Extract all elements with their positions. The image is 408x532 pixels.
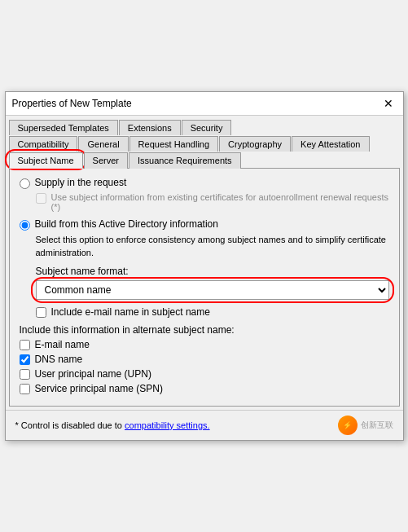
checkbox-dns-name-item: DNS name xyxy=(20,354,389,365)
tab-row-2: Compatibility General Request Handling C… xyxy=(9,135,400,151)
tab-subject-name[interactable]: Subject Name xyxy=(9,152,83,169)
tab-subject-name-wrapper: Subject Name xyxy=(9,152,83,168)
tab-server[interactable]: Server xyxy=(84,152,128,169)
radio-supply-request-label: Supply in the request xyxy=(35,177,127,188)
checkbox-autoenroll-label: Use subject information from existing ce… xyxy=(51,192,389,212)
checkbox-upn[interactable] xyxy=(20,369,30,380)
tab-row-1: Superseded Templates Extensions Security xyxy=(9,119,400,134)
subject-name-format-label: Subject name format: xyxy=(36,266,389,277)
watermark-text: 创新互联 xyxy=(361,420,393,431)
tab-extensions[interactable]: Extensions xyxy=(119,120,181,135)
watermark: ⚡ 创新互联 xyxy=(338,415,393,435)
autoenroll-block: Use subject information from existing ce… xyxy=(36,192,389,212)
properties-dialog: Properties of New Template ✕ Superseded … xyxy=(5,91,404,441)
title-bar: Properties of New Template ✕ xyxy=(6,92,403,116)
window-title: Properties of New Template xyxy=(12,98,132,109)
alt-subject-label: Include this information in alternate su… xyxy=(20,324,389,336)
checkbox-upn-label: User principal name (UPN) xyxy=(35,368,151,380)
ad-description: Select this option to enforce consistenc… xyxy=(36,234,389,259)
footer-link[interactable]: compatibility settings. xyxy=(125,420,210,430)
subject-name-format-wrapper: Common name Fully distinguished name Non… xyxy=(36,280,389,300)
radio-supply-request-item: Supply in the request xyxy=(20,177,389,189)
tab-request-handling[interactable]: Request Handling xyxy=(129,136,218,152)
tab-content: Supply in the request Use subject inform… xyxy=(9,168,400,407)
checkbox-spn-item: Service principal name (SPN) xyxy=(20,383,389,394)
tab-cryptography[interactable]: Cryptography xyxy=(219,136,291,152)
tab-key-attestation[interactable]: Key Attestation xyxy=(292,136,369,152)
checkbox-email-name-item: E-mail name xyxy=(20,339,389,350)
checkbox-email-subject[interactable] xyxy=(36,307,46,318)
ad-options-block: Select this option to enforce consistenc… xyxy=(36,234,389,318)
footer-note-text: * Control is disabled due to xyxy=(15,420,122,430)
checkbox-email-subject-item: Include e-mail name in subject name xyxy=(36,306,389,318)
tab-row-3: Subject Name Server Issuance Requirement… xyxy=(9,152,400,168)
checkbox-spn-label: Service principal name (SPN) xyxy=(35,383,163,394)
radio-build-ad-label: Build from this Active Directory informa… xyxy=(35,218,218,230)
tab-issuance-requirements[interactable]: Issuance Requirements xyxy=(129,152,241,169)
radio-supply-request[interactable] xyxy=(20,178,30,189)
checkbox-email-name-label: E-mail name xyxy=(35,339,90,350)
checkbox-email-subject-label: Include e-mail name in subject name xyxy=(51,306,210,318)
footer-note: * Control is disabled due to compatibili… xyxy=(15,420,210,430)
tab-superseded-templates[interactable]: Superseded Templates xyxy=(9,120,118,135)
subject-name-format-container: Common name Fully distinguished name Non… xyxy=(36,280,389,300)
tab-compatibility[interactable]: Compatibility xyxy=(9,136,78,152)
checkbox-email-name[interactable] xyxy=(20,340,30,350)
tabs-container: Superseded Templates Extensions Security… xyxy=(6,116,403,168)
close-button[interactable]: ✕ xyxy=(380,97,397,110)
checkbox-upn-item: User principal name (UPN) xyxy=(20,368,389,380)
checkbox-dns-name-label: DNS name xyxy=(35,354,83,365)
subject-name-format-select[interactable]: Common name Fully distinguished name Non… xyxy=(36,280,389,300)
alt-name-section: Include this information in alternate su… xyxy=(20,324,389,394)
tab-general[interactable]: General xyxy=(78,136,128,152)
checkbox-autoenroll[interactable] xyxy=(36,193,46,204)
watermark-icon: ⚡ xyxy=(338,415,358,435)
radio-build-ad[interactable] xyxy=(20,220,30,231)
tab-security[interactable]: Security xyxy=(182,120,232,135)
checkbox-dns-name[interactable] xyxy=(20,354,30,365)
checkbox-spn[interactable] xyxy=(20,384,30,394)
checkbox-autoenroll-item: Use subject information from existing ce… xyxy=(36,192,389,212)
radio-build-ad-item: Build from this Active Directory informa… xyxy=(20,218,389,231)
footer: * Control is disabled due to compatibili… xyxy=(6,410,403,440)
